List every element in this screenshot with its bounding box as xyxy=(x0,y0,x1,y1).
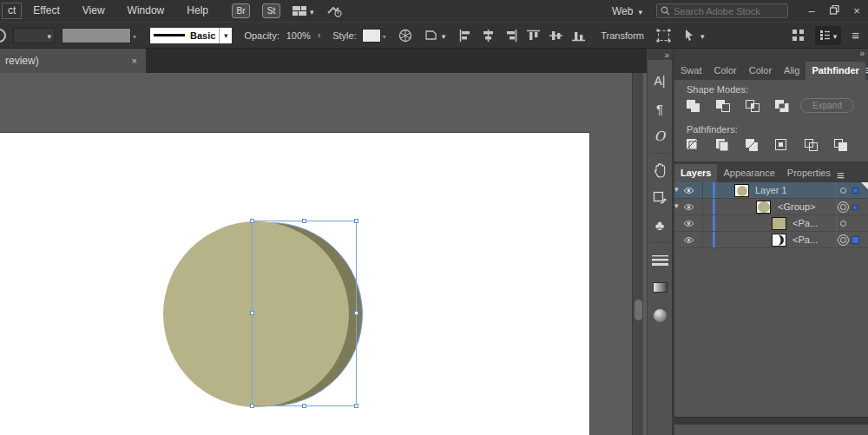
crop-button[interactable] xyxy=(773,136,791,154)
symbols-panel-icon[interactable] xyxy=(648,212,672,240)
paragraph-panel-icon[interactable] xyxy=(648,95,672,122)
expand-chevron-icon[interactable] xyxy=(674,185,679,194)
close-button[interactable]: × xyxy=(845,4,868,17)
document-profile-dropdown[interactable]: Web xyxy=(612,5,642,17)
chevron-down-icon[interactable] xyxy=(383,30,386,41)
merge-button[interactable] xyxy=(743,136,761,154)
scrollbar-thumb[interactable] xyxy=(635,300,642,320)
visibility-toggle[interactable] xyxy=(674,232,703,247)
minus-front-button[interactable] xyxy=(713,97,732,115)
libraries-panel-icon[interactable] xyxy=(648,156,672,184)
tab-align[interactable]: Alig xyxy=(778,62,806,80)
selection-square[interactable] xyxy=(852,188,858,194)
layer-name[interactable]: <Group> xyxy=(778,201,815,212)
visibility-toggle[interactable] xyxy=(674,215,703,231)
panel-menu-button[interactable] xyxy=(837,168,845,182)
shape-properties-dropdown[interactable] xyxy=(424,29,446,42)
menu-item-effect[interactable]: Effect xyxy=(22,0,70,22)
dock-grid-button[interactable] xyxy=(792,30,805,41)
dock-collapse-button[interactable] xyxy=(674,49,868,60)
stroke-color-swatch[interactable] xyxy=(62,28,131,43)
minus-back-button[interactable] xyxy=(832,136,850,154)
stroke-style-dropdown[interactable] xyxy=(219,28,232,43)
layer-row[interactable]: <Group> xyxy=(674,199,868,215)
graphic-style-swatch[interactable] xyxy=(362,29,381,43)
unite-button[interactable] xyxy=(684,97,702,115)
chevron-down-icon[interactable] xyxy=(133,30,136,41)
layer-thumbnail[interactable] xyxy=(756,201,771,214)
stroke-panel-icon[interactable] xyxy=(648,246,672,274)
tab-pathfinder[interactable]: Pathfinder xyxy=(806,62,865,80)
canvas-area[interactable] xyxy=(0,73,647,435)
selection-bounding-box[interactable] xyxy=(252,221,357,406)
opacity-value[interactable]: 100% xyxy=(286,30,311,41)
align-center-button[interactable] xyxy=(482,30,495,42)
divide-button[interactable] xyxy=(684,136,702,154)
target-circle[interactable] xyxy=(840,188,846,194)
stock-button[interactable]: St xyxy=(262,3,280,18)
align-right-button[interactable] xyxy=(504,30,517,42)
align-middle-button[interactable] xyxy=(549,30,562,42)
gradient-panel-icon[interactable] xyxy=(648,274,672,301)
isolate-selection-dropdown[interactable] xyxy=(683,29,705,42)
tab-appearance[interactable]: Appearance xyxy=(717,164,780,182)
menu-item-view[interactable]: View xyxy=(71,0,116,22)
layer-row[interactable]: <Pa... xyxy=(674,232,868,248)
selection-square[interactable] xyxy=(852,205,858,210)
selection-handle[interactable] xyxy=(250,311,254,315)
outline-button[interactable] xyxy=(802,136,820,154)
character-panel-icon[interactable] xyxy=(648,67,672,95)
document-close-icon[interactable]: × xyxy=(132,56,137,66)
opentype-panel-icon[interactable] xyxy=(648,122,672,150)
stroke-style-preview[interactable]: Basic xyxy=(150,28,219,43)
menu-item-window[interactable]: Window xyxy=(116,0,176,22)
artboards-panel-icon[interactable] xyxy=(648,184,672,212)
opacity-expand-arrow[interactable]: › xyxy=(318,30,320,40)
selection-handle[interactable] xyxy=(354,404,358,408)
layer-row[interactable]: Layer 1 xyxy=(674,182,868,199)
selection-handle[interactable] xyxy=(250,404,254,408)
selection-handle[interactable] xyxy=(302,404,306,408)
selection-handle[interactable] xyxy=(354,311,358,315)
selection-handle[interactable] xyxy=(250,219,254,223)
target-circle[interactable] xyxy=(840,204,846,210)
selection-square[interactable] xyxy=(852,236,859,244)
exclude-button[interactable] xyxy=(773,97,791,115)
layer-thumbnail[interactable] xyxy=(772,234,786,247)
tab-color[interactable]: Color xyxy=(707,62,742,80)
vertical-scrollbar[interactable] xyxy=(632,73,643,435)
trim-button[interactable] xyxy=(713,136,732,154)
panel-list-toggle[interactable] xyxy=(815,26,842,45)
intersect-button[interactable] xyxy=(743,97,761,115)
tab-layers[interactable]: Layers xyxy=(674,164,717,182)
align-left-button[interactable] xyxy=(459,30,472,42)
selection-handle[interactable] xyxy=(354,219,358,223)
menu-item-select[interactable]: ct xyxy=(2,3,22,19)
restore-button[interactable] xyxy=(823,4,845,17)
bounding-box-button[interactable] xyxy=(656,29,671,43)
layer-thumbnail[interactable] xyxy=(734,184,749,197)
search-input[interactable] xyxy=(674,6,784,16)
tab-properties[interactable]: Properties xyxy=(781,164,837,182)
controlbar-menu-button[interactable] xyxy=(852,28,859,43)
color-themes-panel-icon[interactable] xyxy=(648,301,672,329)
expand-button[interactable]: Expand xyxy=(800,98,854,113)
document-tab[interactable]: review) × xyxy=(0,49,146,73)
recolor-artwork-button[interactable] xyxy=(398,29,412,43)
layer-thumbnail[interactable] xyxy=(772,217,786,230)
align-top-button[interactable] xyxy=(527,30,540,42)
opacity-label[interactable]: Opacity: xyxy=(244,30,279,41)
tab-swatches[interactable]: Swat xyxy=(674,62,707,80)
share-screen-button[interactable] xyxy=(326,5,342,17)
target-circle[interactable] xyxy=(840,237,846,243)
target-circle[interactable] xyxy=(840,221,846,227)
layer-name[interactable]: <Pa... xyxy=(792,234,818,245)
align-bottom-button[interactable] xyxy=(572,30,585,42)
layer-name[interactable]: Layer 1 xyxy=(755,185,787,195)
workspace-switcher-button[interactable] xyxy=(293,5,314,17)
expand-chevron-icon[interactable] xyxy=(674,201,679,210)
layer-name[interactable]: <Pa... xyxy=(792,218,818,228)
selection-handle[interactable] xyxy=(302,219,306,223)
strip-collapse-button[interactable] xyxy=(648,49,672,60)
fill-dropdown[interactable] xyxy=(13,28,55,43)
